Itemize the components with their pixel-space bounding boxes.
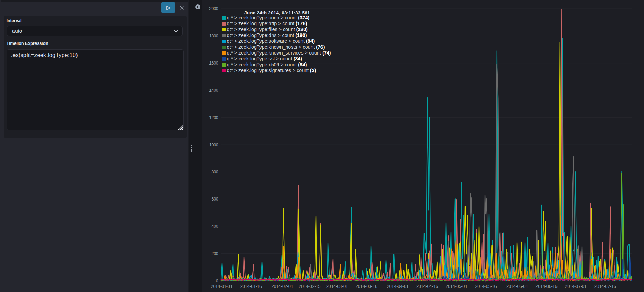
svg-text:800: 800 [212, 169, 218, 174]
svg-text:2014-06-01: 2014-06-01 [506, 284, 528, 289]
svg-text:1400: 1400 [209, 88, 218, 93]
svg-text:2014-03-01: 2014-03-01 [326, 284, 348, 289]
svg-text:2014-02-01: 2014-02-01 [272, 284, 293, 289]
svg-text:0: 0 [216, 279, 218, 283]
svg-text:1800: 1800 [209, 33, 218, 38]
svg-text:1600: 1600 [209, 61, 218, 66]
svg-text:2014-06-16: 2014-06-16 [535, 284, 557, 289]
svg-text:2014-03-16: 2014-03-16 [356, 284, 377, 289]
svg-text:2014-04-16: 2014-04-16 [416, 284, 438, 289]
svg-text:1000: 1000 [209, 143, 218, 147]
svg-text:2014-02-15: 2014-02-15 [299, 284, 320, 289]
svg-text:2000: 2000 [209, 6, 218, 11]
svg-text:1200: 1200 [209, 115, 218, 120]
svg-text:200: 200 [212, 251, 218, 256]
svg-text:2014-07-16: 2014-07-16 [594, 284, 616, 289]
svg-text:2014-05-01: 2014-05-01 [446, 284, 467, 289]
svg-text:2014-01-16: 2014-01-16 [240, 284, 262, 289]
svg-text:400: 400 [212, 224, 218, 229]
svg-text:2014-07-01: 2014-07-01 [565, 284, 587, 289]
svg-text:2014-01-01: 2014-01-01 [211, 284, 233, 289]
svg-text:2014-05-16: 2014-05-16 [475, 284, 497, 289]
svg-text:2014-04-01: 2014-04-01 [387, 284, 409, 289]
svg-text:600: 600 [212, 197, 218, 202]
